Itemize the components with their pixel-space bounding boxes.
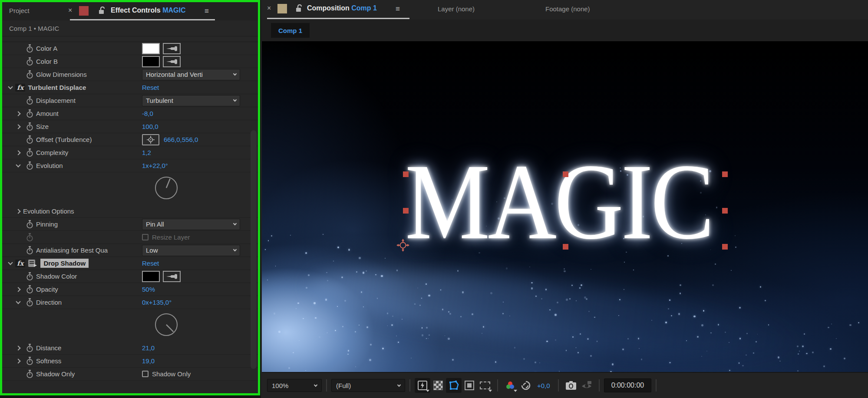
row-value-cell: -8,0 [142,110,258,117]
unlock-icon[interactable] [99,7,106,16]
chevron-down-icon[interactable] [13,301,23,303]
stopwatch-icon[interactable] [23,109,36,118]
resolution-swirl-icon[interactable] [518,378,534,393]
region-of-interest-icon[interactable] [462,378,477,393]
stopwatch-icon[interactable] [23,220,36,229]
property-value[interactable]: 21,0 [142,344,155,352]
property-value[interactable]: 19,0 [142,357,155,365]
fx-badge[interactable]: fx [15,260,25,267]
scrollbar-thumb[interactable] [251,130,257,369]
close-icon[interactable]: × [267,4,271,12]
selection-handle[interactable] [403,171,409,177]
stopwatch-icon[interactable] [23,44,36,53]
stopwatch-icon[interactable] [23,161,36,170]
stopwatch-icon[interactable] [23,370,36,378]
text-layer-magic[interactable]: MAGIC [405,164,696,240]
chevron-right-icon[interactable] [13,112,23,115]
chevron-down-icon[interactable] [6,86,15,89]
stopwatch-icon[interactable] [23,148,36,157]
tab-footage[interactable]: Footage (none) [545,5,590,13]
property-label: Distance [36,344,61,352]
dropdown-antialiasing-for-best-qua[interactable]: Low [142,245,240,256]
reset-link[interactable]: Reset [142,260,159,267]
particle [828,327,829,328]
stopwatch-icon[interactable] [12,36,25,37]
selection-handle[interactable] [563,171,568,177]
chevron-right-icon[interactable] [13,151,23,155]
stopwatch-icon[interactable] [23,57,36,66]
color-swatch[interactable] [142,271,160,282]
property-value[interactable]: 1x+22,0° [142,162,168,169]
selection-handle[interactable] [403,208,409,214]
tab-layer[interactable]: Layer (none) [438,5,475,13]
effect-name[interactable]: Drop Shadow [40,259,89,268]
property-value[interactable]: 100,0 [142,123,158,130]
tab-composition[interactable]: Composition Comp 1 [307,4,377,12]
property-value[interactable]: -8,0 [142,110,153,117]
selection-handle[interactable] [722,208,728,214]
guides-options-icon[interactable] [477,378,493,393]
zoom-select[interactable]: 100% [267,379,322,392]
stopwatch-icon[interactable] [23,272,36,281]
selection-handle[interactable] [563,244,568,250]
chevron-right-icon[interactable] [13,346,23,350]
stopwatch-icon[interactable] [23,298,36,307]
stopwatch-icon[interactable] [23,357,36,365]
chevron-down-icon[interactable] [13,164,23,167]
property-value[interactable]: 666,0,556,0 [164,136,198,143]
angle-dial[interactable] [154,176,178,201]
selection-handle[interactable] [722,171,728,177]
mask-visibility-icon[interactable] [446,378,462,393]
checkbox-shadow-only[interactable] [142,371,149,377]
group-label[interactable]: Evolution Options [23,207,74,215]
eyedropper-icon[interactable] [163,271,181,282]
exposure-value[interactable]: +0,0 [537,382,550,389]
timecode-display[interactable]: 0:00:00:00 [604,378,652,392]
stopwatch-icon[interactable] [23,122,36,131]
color-swatch[interactable] [142,43,160,54]
show-snapshot-icon[interactable] [579,378,594,393]
channel-select-icon[interactable] [502,378,518,393]
stopwatch-icon[interactable] [23,233,36,242]
property-value[interactable]: 50% [142,286,155,293]
chevron-right-icon[interactable] [13,288,23,291]
dropdown-glow-dimensions[interactable]: Horizontal and Verti [142,69,240,80]
anchor-point-icon[interactable] [396,239,409,252]
snapshot-camera-icon[interactable] [563,378,579,393]
checkbox-resize-layer[interactable] [142,234,149,240]
fx-badge[interactable]: fx [15,84,25,92]
fast-previews-icon[interactable] [415,378,430,393]
panel-menu-icon[interactable]: ≡ [396,5,404,13]
reset-link[interactable]: Reset [142,84,159,91]
color-swatch[interactable] [142,56,160,67]
stopwatch-icon[interactable] [23,344,36,352]
tab-project[interactable]: Project [9,7,30,14]
property-value[interactable]: 0x+135,0° [142,299,172,306]
resolution-select[interactable]: (Full) [331,379,405,392]
eyedropper-icon[interactable] [163,43,181,54]
chevron-right-icon[interactable] [13,359,23,363]
offset-crosshair-button[interactable] [142,134,159,145]
chevron-right-icon[interactable] [13,125,23,128]
dropdown-pinning[interactable]: Pin All [142,219,240,230]
close-icon[interactable]: × [68,7,72,14]
dropdown-displacement[interactable]: Turbulent [142,95,240,106]
chevron-down-icon[interactable] [6,262,15,264]
stopwatch-icon[interactable] [23,285,36,294]
effect-name[interactable]: Turbulent Displace [28,84,86,91]
viewer-tab-comp1[interactable]: Comp 1 [271,23,310,38]
panel-menu-icon[interactable]: ≡ [205,7,213,15]
unlock-icon[interactable] [296,4,303,14]
stopwatch-icon[interactable] [23,246,36,255]
tab-effect-controls[interactable]: Effect Controls MAGIC [111,7,185,14]
transparency-grid-icon[interactable] [430,378,446,393]
property-value[interactable]: 1,2 [142,149,151,156]
stopwatch-icon[interactable] [23,96,36,105]
eyedropper-icon[interactable] [163,56,181,67]
angle-dial[interactable] [154,312,178,338]
composition-viewport[interactable]: MAGIC [262,41,868,372]
chevron-right-icon[interactable] [13,210,23,213]
selection-handle[interactable] [722,244,728,250]
stopwatch-icon[interactable] [23,135,36,144]
stopwatch-icon[interactable] [23,70,36,79]
